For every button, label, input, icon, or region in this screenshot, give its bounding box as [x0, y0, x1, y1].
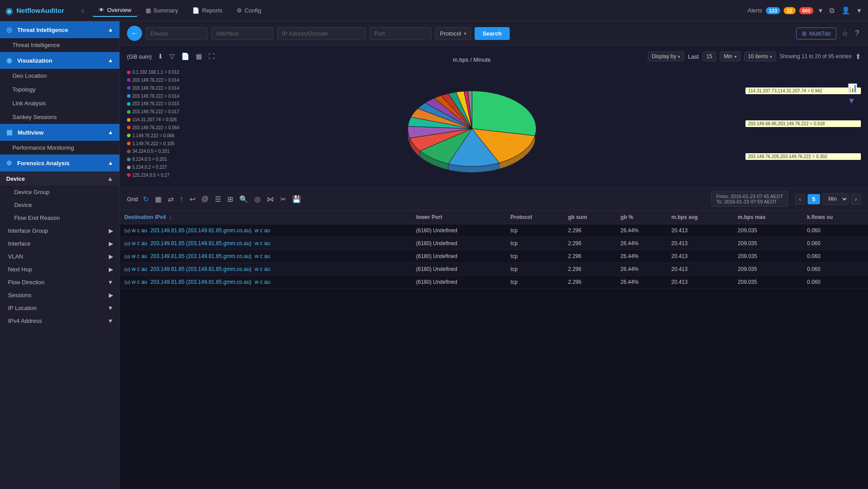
dest-link-w[interactable]: w [132, 253, 136, 259]
sidebar-item-flow-end-reason[interactable]: Flow End Reason [0, 211, 119, 224]
dest-au[interactable]: au [264, 253, 270, 259]
pie-segment[interactable] [472, 91, 536, 136]
page-min-select[interactable]: Min [823, 193, 848, 205]
dest-au[interactable]: au [264, 240, 270, 246]
filter-icon[interactable]: ▽ [168, 51, 176, 62]
pdf-icon[interactable]: 📄 [180, 51, 191, 62]
dest-w[interactable]: w [255, 240, 259, 246]
nav-overview[interactable]: 👁 Overview [92, 4, 137, 17]
unlink-icon[interactable]: ✂ [279, 194, 287, 205]
sidebar-item-performance-monitoring[interactable]: Performance Monitoring [0, 141, 119, 155]
prev-page-button[interactable]: ‹ [795, 194, 805, 205]
sidebar-item-device-group[interactable]: Device Group [0, 186, 119, 199]
sidebar-item-flow-direction[interactable]: Flow Direction ▼ [0, 276, 119, 289]
sidebar-item-ipv4-address[interactable]: IPv4 Address ▼ [0, 314, 119, 327]
dest-w[interactable]: w [255, 279, 259, 285]
collapse-chart-icon[interactable]: ⬆ [855, 52, 861, 61]
dest-link-w[interactable]: w [132, 240, 136, 246]
sidebar-item-interface[interactable]: Interface ▶ [0, 237, 119, 250]
nav-summary[interactable]: ▦ Summary [139, 4, 185, 16]
sidebar-item-next-hop[interactable]: Next Hop ▶ [0, 263, 119, 276]
sidebar-device-header[interactable]: Device ▲ [0, 171, 119, 186]
sidebar-item-topology[interactable]: Topology [0, 83, 119, 96]
interface-input[interactable] [211, 27, 273, 40]
col-lower-port[interactable]: lower Port [412, 211, 506, 224]
dest-link-c[interactable]: c [137, 227, 140, 234]
search-button[interactable]: Search [475, 27, 510, 40]
col-mbps-max[interactable]: m.bps max [733, 211, 803, 224]
items-select[interactable]: 10 items ▾ [744, 52, 776, 61]
dest-au[interactable]: au [264, 227, 270, 234]
sidebar-item-geo-location[interactable]: Geo Location [0, 69, 119, 83]
protocol-select[interactable]: Protocol ▾ [435, 27, 471, 40]
exchange-icon[interactable]: ⇄ [166, 194, 175, 205]
port-input[interactable] [369, 27, 432, 40]
expand-icon[interactable]: ▼ [848, 96, 857, 106]
dest-w[interactable]: w [255, 227, 259, 234]
dest-link-au[interactable]: au [141, 227, 147, 234]
dest-link-c[interactable]: c [137, 253, 140, 259]
dest-c[interactable]: c [260, 227, 263, 234]
dest-au[interactable]: au [264, 266, 270, 272]
at-icon[interactable]: @ [200, 194, 210, 204]
col-dest-ipv4[interactable]: Destination IPv4 ↓ [120, 211, 412, 224]
col-mbps-avg[interactable]: m.bps avg [667, 211, 733, 224]
dest-link-w[interactable]: w [132, 227, 136, 234]
multitab-button[interactable]: ⊞ MultiTab [796, 28, 836, 40]
sidebar-item-ip-location[interactable]: IP Location ▼ [0, 302, 119, 314]
dest-link-c[interactable]: c [137, 240, 140, 246]
zoom-icon[interactable]: 🔍 [238, 194, 250, 205]
col-protocol[interactable]: Protocol [506, 211, 564, 224]
last-value-input[interactable]: 15 [702, 52, 716, 61]
dest-c[interactable]: c [260, 240, 263, 246]
sidebar-item-threat-intelligence[interactable]: Threat Intelligence [0, 38, 119, 52]
nav-home[interactable]: ⌂ [75, 4, 91, 16]
columns-icon[interactable]: ⊞ [226, 194, 234, 205]
dest-link-au[interactable]: au [141, 279, 147, 285]
back-step-icon[interactable]: ↩ [188, 194, 197, 205]
dest-au[interactable]: au [264, 279, 270, 285]
target-icon[interactable]: ◎ [253, 194, 262, 205]
help-icon[interactable]: ? [853, 28, 861, 39]
user-dropdown-icon[interactable]: ▾ [856, 4, 863, 16]
col-gb-pct[interactable]: gb % [616, 211, 667, 224]
ip-input[interactable] [277, 27, 366, 40]
sidebar-visualization-header[interactable]: ◉ Visualization ▲ [0, 52, 119, 69]
col-kflows[interactable]: k.flows su [803, 211, 868, 224]
dest-link-w[interactable]: w [132, 266, 136, 272]
back-button[interactable]: ← [127, 26, 142, 41]
refresh-icon[interactable]: ↻ [142, 194, 150, 205]
user-icon[interactable]: 👤 [840, 4, 852, 16]
sidebar-item-device[interactable]: Device [0, 199, 119, 211]
grid-view-icon[interactable]: ▦ [154, 194, 163, 205]
next-page-button[interactable]: › [851, 194, 861, 205]
menu-icon[interactable]: ☰ [214, 194, 222, 205]
dest-c[interactable]: c [260, 266, 263, 272]
dest-link-au[interactable]: au [141, 266, 147, 272]
dest-link-au[interactable]: au [141, 253, 147, 259]
dest-link-c[interactable]: c [137, 266, 140, 272]
alerts-dropdown-icon[interactable]: ▾ [817, 4, 824, 16]
share-icon[interactable]: ⋈ [266, 194, 275, 205]
sidebar-item-vlan[interactable]: VLAN ▶ [0, 250, 119, 263]
display-by-select[interactable]: Display by ▾ [648, 52, 684, 61]
fullscreen-icon[interactable]: ⛶ [207, 51, 216, 62]
sidebar-forensics-header[interactable]: ⊕ Forensics Analysis ▲ [0, 155, 119, 171]
dest-c[interactable]: c [260, 253, 263, 259]
star-icon[interactable]: ☆ [840, 28, 850, 40]
sidebar-item-sankey-sessions[interactable]: Sankey Sessions [0, 110, 119, 124]
save-icon[interactable]: 💾 [291, 194, 302, 205]
dest-link-c[interactable]: c [137, 279, 140, 285]
sidebar-threat-intelligence-header[interactable]: ◎ Threat Intelligence ▲ [0, 21, 119, 38]
device-input[interactable] [146, 27, 208, 40]
nav-config[interactable]: ⚙ Config [230, 4, 268, 16]
col-gb-sum[interactable]: gb sum [563, 211, 616, 224]
window-icon[interactable]: ⧉ [828, 5, 836, 16]
sidebar-item-interface-group[interactable]: Interface Group ▶ [0, 224, 119, 237]
dest-c[interactable]: c [260, 279, 263, 285]
bar-chart-icon[interactable]: 📊 [848, 83, 857, 93]
upload-icon[interactable]: ↑ [178, 194, 185, 204]
dest-w[interactable]: w [255, 253, 259, 259]
sidebar-multiview-header[interactable]: ▦ Multiview ▲ [0, 124, 119, 141]
download-icon[interactable]: ⬇ [156, 51, 165, 62]
